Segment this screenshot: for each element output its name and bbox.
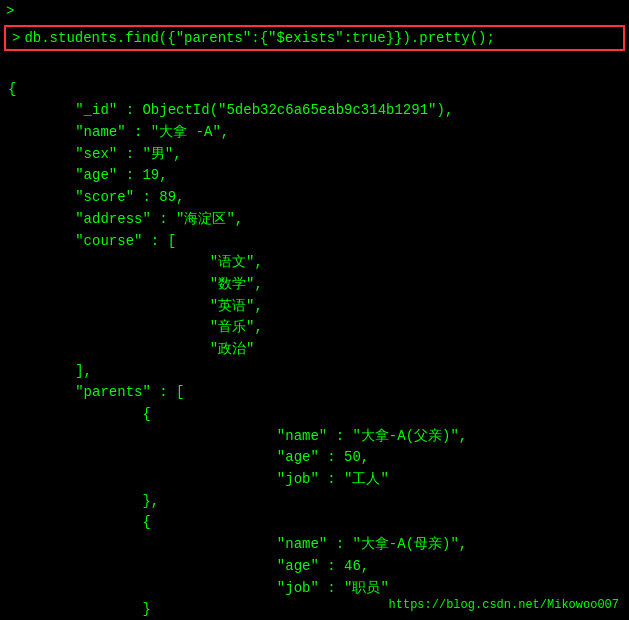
output-line-20: { [8, 514, 151, 530]
output-line-0: { [8, 81, 16, 97]
output-line-22: "age" : 46, [8, 558, 369, 574]
output-line-23: "job" : "职员" [8, 580, 389, 596]
top-prompt-symbol: > [6, 3, 14, 19]
output-line-12: "政治" [8, 341, 254, 357]
output-line-15: { [8, 406, 151, 422]
output-line-2: "name" : "大拿 -A", [8, 124, 229, 140]
command-text: db.students.find({"parents":{"$exists":t… [24, 30, 494, 46]
terminal: > > db.students.find({"parents":{"$exist… [0, 0, 629, 620]
prompt-symbol: > [12, 30, 20, 46]
output-line-14: "parents" : [ [8, 384, 184, 400]
top-prompt-line: > [0, 0, 629, 19]
watermark: https://blog.csdn.net/Mikowoo007 [389, 598, 619, 612]
output-line-3: "sex" : "男", [8, 146, 182, 162]
output-line-21: "name" : "大拿-A(母亲)", [8, 536, 467, 552]
output-line-8: "语文", [8, 254, 263, 270]
output-line-6: "address" : "海淀区", [8, 211, 243, 227]
output-line-18: "job" : "工人" [8, 471, 389, 487]
output-line-16: "name" : "大拿-A(父亲)", [8, 428, 467, 444]
output-block: { "_id" : ObjectId("5deb32c6a65eab9c314b… [0, 55, 629, 620]
output-line-1: "_id" : ObjectId("5deb32c6a65eab9c314b12… [8, 102, 453, 118]
output-line-10: "英语", [8, 298, 263, 314]
output-line-13: ], [8, 363, 92, 379]
output-line-5: "score" : 89, [8, 189, 184, 205]
output-line-17: "age" : 50, [8, 449, 369, 465]
output-line-24: } [8, 601, 151, 617]
output-line-7: "course" : [ [8, 233, 176, 249]
output-line-19: }, [8, 493, 159, 509]
output-line-11: "音乐", [8, 319, 263, 335]
command-line: > db.students.find({"parents":{"$exists"… [4, 25, 625, 51]
output-line-9: "数学", [8, 276, 263, 292]
output-line-4: "age" : 19, [8, 167, 168, 183]
